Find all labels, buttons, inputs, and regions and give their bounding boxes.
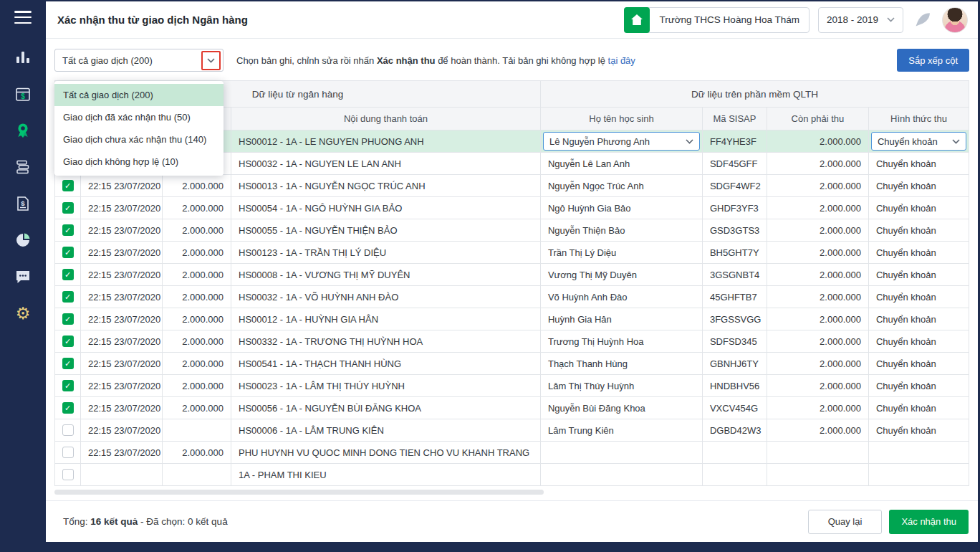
cell-checkbox: ✓: [55, 242, 81, 264]
table-row[interactable]: ✓22:15 23/07/20202.000.000HS00032 - 1A -…: [55, 286, 969, 308]
invalid-records-link[interactable]: tại đây: [608, 55, 635, 66]
badge-icon[interactable]: [14, 121, 32, 140]
row-checkbox[interactable]: ✓: [62, 247, 74, 258]
table-row[interactable]: ✓22:15 23/07/20202.000.000HS00013 - 1A -…: [55, 175, 969, 197]
table-row[interactable]: 1A - PHAM THI KIEU: [55, 464, 969, 486]
invoice-money-icon[interactable]: $: [14, 194, 32, 213]
school-selector[interactable]: Trường THCS Hoàng Hoa Thám: [624, 7, 809, 33]
table-row[interactable]: ✓22:15 23/07/20202.000.000HS00123 - 1A -…: [55, 242, 969, 264]
cell-payment-content: HS00012 - 1A - LE NGUYEN PHUONG ANH: [231, 130, 541, 153]
instruction-bold: Xác nhận thu: [377, 55, 436, 66]
cell-checkbox: ✓: [55, 264, 81, 286]
filter-caret-highlight[interactable]: [201, 51, 221, 70]
calendar-money-icon[interactable]: $: [14, 85, 32, 103]
table-row[interactable]: 22:15 23/07/20202.000.000PHU HUYNH VU QU…: [55, 442, 969, 464]
cell-payment-method: [868, 442, 969, 464]
chat-icon[interactable]: [14, 267, 32, 286]
filter-option[interactable]: Giao dịch chưa xác nhận thu (140): [54, 128, 224, 151]
cell-checkbox: ✓: [55, 353, 81, 375]
filter-option[interactable]: Giao dịch không hợp lệ (10): [54, 151, 224, 173]
student-name-select-value: Lê Nguyễn Phương Anh: [549, 136, 650, 147]
table-row[interactable]: ✓22:15 23/07/20202.000.000HS00056 - 1A -…: [55, 397, 969, 419]
row-checkbox[interactable]: ✓: [62, 180, 74, 191]
row-checkbox[interactable]: [62, 447, 74, 458]
table-row[interactable]: 22:15 23/07/2020HS00006 - 1A - LÂM TRUNG…: [55, 419, 969, 442]
app-window: $ $ ⚙ Xác nhận thu từ giao dịch Ngân hàn…: [0, 0, 980, 552]
cell-amount: 2.000.000: [163, 330, 231, 353]
cell-student-name: Nguyễn Thiện Bảo: [540, 219, 702, 242]
payment-method-select[interactable]: Chuyển khoản: [871, 132, 966, 151]
confirm-receipt-button[interactable]: Xác nhận thu: [889, 510, 969, 534]
cell-sisap-code: GSD3GTS3: [702, 219, 767, 242]
row-checkbox[interactable]: ✓: [62, 269, 74, 280]
cell-student-name: Lê Nguyễn Phương Anh: [540, 130, 702, 153]
row-checkbox[interactable]: ✓: [62, 402, 74, 414]
filter-option[interactable]: Giao dịch đã xác nhận thu (50): [54, 106, 224, 128]
pen-icon[interactable]: [912, 9, 933, 31]
row-checkbox[interactable]: ✓: [62, 313, 74, 325]
table-row[interactable]: ✓22:15 23/07/20202.000.000HS00055 - 1A -…: [55, 219, 969, 242]
row-checkbox[interactable]: ✓: [62, 202, 74, 214]
cell-amount: 2.000.000: [163, 442, 231, 464]
row-checkbox[interactable]: ✓: [62, 224, 74, 236]
table-row[interactable]: ✓22:15 23/07/20202.000.000HS00541 - 1A -…: [55, 353, 969, 375]
cell-amount-due: 2.000.000: [767, 308, 868, 330]
horizontal-scrollbar: [54, 490, 969, 495]
row-checkbox[interactable]: ✓: [62, 336, 74, 347]
cell-payment-content: HS00332 - 1A - TRƯƠNG THỊ HUỲNH HOA: [231, 330, 541, 353]
bar-chart-icon[interactable]: [14, 48, 32, 67]
sort-columns-button[interactable]: Sắp xếp cột: [897, 49, 969, 72]
transaction-filter-dropdown[interactable]: Tất cả giao dịch (200): [54, 49, 224, 72]
row-checkbox[interactable]: ✓: [62, 380, 74, 391]
group-header-qlth: Dữ liệu trên phần mềm QLTH: [540, 81, 969, 108]
cell-payment-content: HS00012 - 1A - HUỲNH GIA HÂN: [231, 308, 541, 330]
col-sisap-code: Mã SISAP: [702, 108, 767, 130]
horizontal-scrollbar-thumb[interactable]: [54, 490, 544, 495]
cell-payment-method: Chuyển khoản: [868, 242, 969, 264]
cell-checkbox: [55, 419, 81, 442]
cell-amount-due: 2.000.000: [767, 175, 868, 197]
user-avatar[interactable]: [942, 7, 968, 33]
table-row[interactable]: ✓22:15 23/07/20202.000.000HS00012 - 1A -…: [55, 308, 969, 330]
cell-checkbox: ✓: [55, 308, 81, 330]
cell-amount-due: [767, 464, 868, 486]
cell-payment-content: HS00013 - 1A - NGUYỄN NGỌC TRÚC ANH: [231, 175, 541, 197]
cell-amount: [163, 419, 231, 442]
cell-amount-due: 2.000.000: [767, 330, 868, 353]
table-row[interactable]: ✓22:15 23/07/20202.000.000HS00008 - 1A -…: [55, 264, 969, 286]
pie-chart-icon[interactable]: [14, 231, 32, 249]
col-student-name: Họ tên học sinh: [540, 108, 702, 130]
cell-payment-method: Chuyển khoản: [868, 419, 969, 442]
row-checkbox[interactable]: ✓: [62, 358, 74, 369]
cell-student-name: Trương Thị Huỳnh Hoa: [540, 330, 702, 353]
filter-option[interactable]: Tất cả giao dịch (200): [54, 84, 224, 106]
cell-time: 22:15 23/07/2020: [81, 308, 163, 330]
cell-payment-method: Chuyển khoản: [868, 308, 969, 330]
results-summary: Tổng: 16 kết quả - Đã chọn: 0 kết quả: [63, 516, 228, 527]
cell-amount-due: 2.000.000: [767, 130, 868, 153]
cell-amount: 2.000.000: [163, 197, 231, 219]
footer: Tổng: 16 kết quả - Đã chọn: 0 kết quả Qu…: [46, 500, 978, 542]
menu-icon[interactable]: [14, 11, 32, 24]
cell-student-name: Ngô Huỳnh Gia Bảo: [540, 197, 702, 219]
books-icon[interactable]: [14, 158, 32, 176]
row-checkbox[interactable]: [62, 469, 74, 480]
row-checkbox[interactable]: ✓: [62, 291, 74, 303]
cell-student-name: Trần Thị Lý Diệu: [540, 242, 702, 264]
table-row[interactable]: ✓22:15 23/07/20202.000.000HS00332 - 1A -…: [55, 330, 969, 353]
back-button[interactable]: Quay lại: [808, 510, 883, 534]
app-header: Xác nhận thu từ giao dịch Ngân hàng Trườ…: [46, 1, 978, 39]
filter-value: Tất cả giao dịch (200): [62, 55, 153, 66]
table-row[interactable]: ✓22:15 23/07/20202.000.000HS00054 - 1A -…: [55, 197, 969, 219]
filter-menu: Tất cả giao dịch (200)Giao dịch đã xác n…: [54, 81, 224, 176]
row-checkbox[interactable]: [62, 424, 74, 436]
student-name-select[interactable]: Lê Nguyễn Phương Anh: [543, 132, 700, 151]
school-name: Trường THCS Hoàng Hoa Thám: [650, 14, 808, 25]
cell-checkbox: [55, 464, 81, 486]
chevron-down-icon: [952, 139, 960, 144]
table-row[interactable]: ✓22:15 23/07/20202.000.000HS00023 - 1A -…: [55, 375, 969, 397]
school-year-dropdown[interactable]: 2018 - 2019: [818, 7, 903, 33]
summary-prefix: Tổng:: [63, 516, 90, 527]
gear-icon[interactable]: ⚙: [14, 304, 32, 323]
cell-sisap-code: 45GHFTB7: [702, 286, 767, 308]
